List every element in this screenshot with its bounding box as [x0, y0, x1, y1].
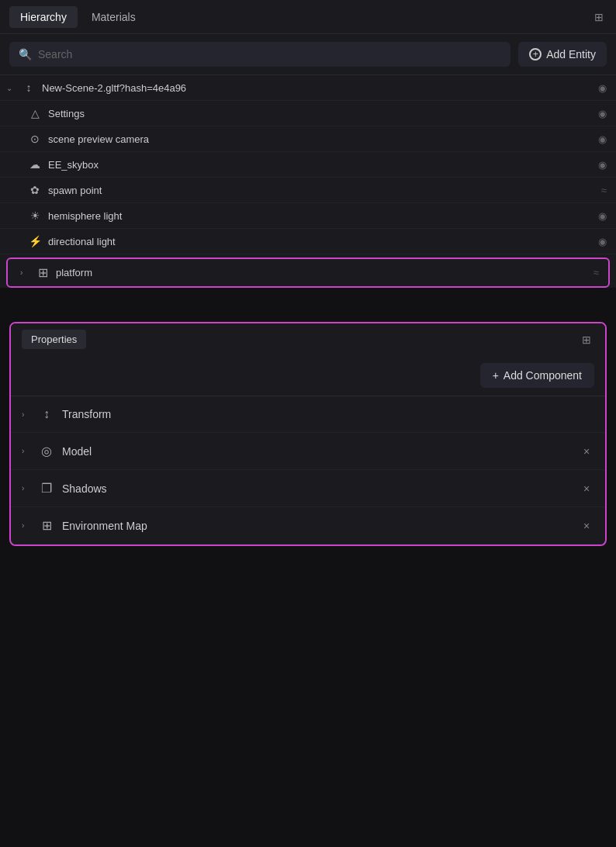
component-label: Environment Map	[62, 520, 571, 532]
search-box[interactable]: 🔍	[9, 42, 510, 67]
list-item[interactable]: △ Settings ◉	[0, 101, 616, 126]
close-icon[interactable]: ×	[579, 520, 594, 532]
selected-item-container: › ⊞ platform ≈	[6, 258, 610, 288]
hierarchy-list: ⌄ ↕ New-Scene-2.gltf?hash=4e4a96 ◉ △ Set…	[0, 75, 616, 288]
visibility-icon[interactable]: ◉	[598, 133, 607, 145]
add-entity-label: Add Entity	[546, 48, 596, 60]
properties-header: Properties ⊞	[11, 323, 605, 355]
add-entity-icon: +	[529, 48, 542, 60]
chevron-down-icon: ⌄	[6, 84, 16, 92]
visibility-hidden-icon[interactable]: ≈	[594, 267, 599, 278]
envmap-icon: ⊞	[39, 518, 54, 533]
component-model[interactable]: › ◎ Model ×	[11, 433, 605, 470]
add-component-button[interactable]: + Add Component	[480, 363, 594, 388]
scene-icon: ↕	[22, 81, 36, 94]
list-item[interactable]: ⊙ scene preview camera ◉	[0, 126, 616, 152]
item-label: spawn point	[48, 185, 595, 196]
visibility-icon[interactable]: ◉	[598, 82, 607, 94]
list-item[interactable]: ☀ hemisphere light ◉	[0, 203, 616, 229]
close-icon[interactable]: ×	[579, 482, 594, 495]
add-component-label: Add Component	[504, 369, 582, 382]
component-label: Model	[62, 445, 571, 458]
chevron-right-icon: ›	[20, 268, 29, 277]
item-label: hemisphere light	[48, 210, 592, 222]
item-label: directional light	[48, 236, 592, 247]
spawn-icon: ✿	[28, 184, 42, 196]
properties-maximize-icon[interactable]: ⊞	[579, 332, 594, 347]
component-label: Shadows	[62, 482, 571, 495]
model-icon: ◎	[39, 444, 54, 458]
tab-hierarchy[interactable]: Hierarchy	[9, 6, 78, 28]
properties-panel: Properties ⊞ + Add Component › ↕ Transfo…	[9, 322, 607, 546]
search-input[interactable]	[38, 48, 501, 60]
add-component-icon: +	[493, 369, 499, 382]
tab-materials[interactable]: Materials	[81, 6, 147, 28]
chevron-right-icon: ›	[22, 484, 31, 493]
visibility-icon[interactable]: ◉	[598, 108, 607, 119]
add-component-row: + Add Component	[11, 355, 605, 396]
hierarchy-root-label: New-Scene-2.gltf?hash=4e4a96	[42, 82, 592, 94]
list-item[interactable]: ⚡ directional light ◉	[0, 229, 616, 254]
visibility-hidden-icon[interactable]: ≈	[601, 185, 607, 196]
search-icon: 🔍	[19, 48, 32, 60]
transform-icon: ↕	[39, 407, 54, 421]
settings-icon: △	[28, 107, 42, 119]
chevron-right-icon: ›	[22, 447, 31, 455]
properties-title: Properties	[22, 330, 86, 349]
skybox-icon: ☁	[28, 158, 42, 171]
list-item[interactable]: ☁ EE_skybox ◉	[0, 152, 616, 178]
list-item-selected[interactable]: › ⊞ platform ≈	[8, 259, 608, 286]
add-entity-button[interactable]: + Add Entity	[518, 42, 607, 67]
visibility-icon[interactable]: ◉	[598, 210, 607, 222]
component-envmap[interactable]: › ⊞ Environment Map ×	[11, 507, 605, 544]
list-item[interactable]: ✿ spawn point ≈	[0, 178, 616, 203]
item-label: scene preview camera	[48, 133, 592, 145]
visibility-icon[interactable]: ◉	[598, 236, 607, 247]
close-icon[interactable]: ×	[579, 445, 594, 458]
maximize-icon[interactable]: ⊞	[591, 9, 607, 25]
item-label: platform	[56, 267, 587, 278]
tabs-bar: Hierarchy Materials ⊞	[0, 0, 616, 34]
chevron-right-icon: ›	[22, 410, 31, 419]
component-label: Transform	[62, 408, 594, 420]
platform-icon: ⊞	[36, 265, 50, 280]
component-transform[interactable]: › ↕ Transform	[11, 396, 605, 433]
directional-light-icon: ⚡	[28, 235, 42, 247]
shadows-icon: ❐	[39, 481, 54, 496]
item-label: Settings	[48, 108, 592, 119]
chevron-right-icon: ›	[22, 521, 31, 530]
camera-icon: ⊙	[28, 133, 42, 145]
panel-gap	[0, 291, 616, 322]
toolbar: 🔍 + Add Entity	[0, 34, 616, 75]
visibility-icon[interactable]: ◉	[598, 159, 607, 171]
hierarchy-root-item[interactable]: ⌄ ↕ New-Scene-2.gltf?hash=4e4a96 ◉	[0, 75, 616, 101]
light-icon: ☀	[28, 209, 42, 222]
tabs-left: Hierarchy Materials	[9, 6, 147, 28]
item-label: EE_skybox	[48, 159, 592, 171]
component-shadows[interactable]: › ❐ Shadows ×	[11, 470, 605, 507]
